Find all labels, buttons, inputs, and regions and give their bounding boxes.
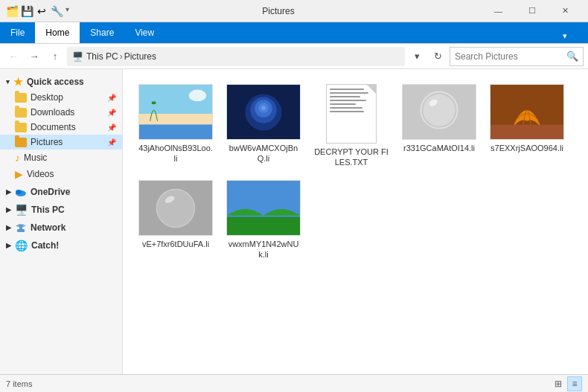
pin-icon: 📌	[107, 94, 116, 102]
thispc-icon: 🖥️	[15, 204, 28, 216]
onedrive-header[interactable]: ▶ OneDrive	[0, 184, 122, 200]
chevron-icon: ▾	[6, 78, 10, 86]
title-bar-icons: 🗂️ 💾 ↩ 🔧 ▾	[6, 5, 69, 17]
customize-chevron[interactable]: ▾	[65, 5, 69, 17]
search-box[interactable]: 🔍	[450, 47, 584, 66]
sidebar-item-music[interactable]: ♪ Music	[0, 150, 122, 166]
large-icons-view-button[interactable]: ⊞	[551, 376, 566, 391]
refresh-button[interactable]: ↻	[429, 48, 447, 65]
pin-icon: 📌	[107, 138, 116, 147]
rose-svg	[227, 84, 300, 140]
title-bar: 🗂️ 💾 ↩ 🔧 ▾ Pictures — ☐ ✕	[0, 0, 588, 22]
chevron-icon: ▶	[6, 206, 11, 213]
file-thumbnail	[226, 180, 301, 236]
catch-label: Catch!	[31, 240, 59, 251]
details-view-button[interactable]: ≡	[567, 376, 582, 391]
tab-view[interactable]: View	[124, 22, 164, 43]
thispc-header[interactable]: ▶ 🖥️ This PC	[0, 202, 122, 218]
sidebar-item-pictures[interactable]: Pictures 📌	[0, 135, 122, 150]
up-button[interactable]: ↑	[46, 48, 64, 65]
svg-point-17	[423, 94, 455, 126]
folder-icon	[15, 108, 27, 118]
music-icon: ♪	[15, 152, 20, 164]
folder-icon	[15, 93, 27, 103]
sidebar-item-documents[interactable]: Documents 📌	[0, 120, 122, 135]
catch-icon: 🌐	[15, 240, 28, 251]
window-controls: — ☐ ✕	[482, 0, 582, 22]
help-button[interactable]: ?	[570, 28, 585, 43]
txt-lines	[330, 89, 373, 115]
path-pictures[interactable]: Pictures	[124, 51, 156, 62]
refresh-dropdown[interactable]: ▾	[408, 48, 426, 65]
pin-icon: 📌	[107, 109, 116, 117]
ribbon: File Home Share View ▾ ?	[0, 22, 588, 44]
minimize-button[interactable]: —	[482, 0, 515, 22]
file-item[interactable]: 43jAhoOlNsB93Loo.li	[135, 81, 217, 171]
folder-icon	[15, 123, 27, 132]
tab-home[interactable]: Home	[35, 22, 80, 43]
quick-access-save[interactable]: 💾	[21, 5, 33, 17]
maximize-button[interactable]: ☐	[515, 0, 549, 22]
file-item[interactable]: bwW6vAMCXOjBnQ.li	[223, 81, 304, 171]
view-controls: ⊞ ≡	[551, 376, 582, 391]
status-bar: 7 items ⊞ ≡	[0, 374, 588, 392]
bubble2-svg	[139, 180, 212, 236]
folder-icon	[15, 138, 27, 147]
path-thispc[interactable]: This PC	[86, 51, 118, 62]
sidebar-item-downloads[interactable]: Downloads 📌	[0, 105, 122, 120]
sidebar-item-label: Downloads	[31, 107, 74, 118]
svg-rect-25	[227, 216, 300, 235]
file-item[interactable]: DECRYPT YOUR FILES.TXT	[310, 81, 392, 171]
sidebar-item-desktop[interactable]: Desktop 📌	[0, 90, 122, 105]
sidebar-item-label: Music	[24, 152, 47, 163]
chevron-icon: ▶	[6, 242, 11, 249]
thispc-label: This PC	[31, 205, 65, 215]
properties-icon[interactable]: 🔧	[51, 5, 63, 17]
file-thumbnail	[326, 84, 377, 144]
sidebar-item-label: Documents	[31, 122, 76, 132]
file-item[interactable]: vwxmMY1N42wNUk.li	[223, 177, 304, 263]
network-icon	[15, 222, 27, 234]
star-icon: ★	[13, 76, 23, 88]
tab-file[interactable]: File	[0, 22, 35, 43]
onedrive-label: OneDrive	[31, 187, 70, 197]
green-svg	[227, 180, 300, 236]
sidebar-item-videos[interactable]: ▶ Videos	[0, 166, 122, 182]
file-content: 43jAhoOlNsB93Loo.li bwW6vAMCXOjBnQ.li	[123, 69, 588, 374]
undo-icon[interactable]: ↩	[36, 5, 48, 17]
search-icon[interactable]: 🔍	[566, 51, 578, 62]
beach-svg	[139, 84, 212, 140]
close-button[interactable]: ✕	[549, 0, 582, 22]
file-item[interactable]: r331GCaMAtOI14.li	[398, 81, 480, 171]
network-header[interactable]: ▶ Network	[0, 219, 122, 236]
file-thumbnail	[138, 84, 213, 140]
ribbon-collapse[interactable]: ▾	[563, 31, 567, 41]
svg-point-8	[152, 101, 156, 104]
sidebar-item-label: Videos	[27, 169, 54, 179]
tab-share[interactable]: Share	[80, 22, 124, 43]
onedrive-section: ▶ OneDrive	[0, 184, 122, 200]
svg-rect-3	[19, 226, 22, 229]
forward-button[interactable]: →	[25, 48, 43, 65]
catch-header[interactable]: ▶ 🌐 Catch!	[0, 237, 122, 254]
file-thumbnail	[490, 84, 564, 140]
search-input[interactable]	[455, 51, 566, 62]
svg-point-7	[189, 90, 207, 102]
svg-point-22	[157, 189, 195, 227]
file-name: vwxmMY1N42wNUk.li	[226, 239, 301, 260]
file-item[interactable]: vE+7fxr6tDUuFA.li	[135, 177, 217, 263]
pin-icon: 📌	[107, 123, 116, 132]
bubble-svg	[403, 84, 476, 140]
path-icon: 🖥️	[72, 51, 83, 62]
file-name: DECRYPT YOUR FILES.TXT	[313, 147, 389, 168]
file-item[interactable]: s7EXXrjSAOO964.li	[486, 81, 568, 171]
quick-access-header[interactable]: ▾ ★ Quick access	[0, 74, 122, 90]
leaf-svg	[490, 84, 563, 140]
back-button[interactable]: ←	[4, 48, 22, 65]
sidebar: ▾ ★ Quick access Desktop 📌 Downloads 📌 D…	[0, 69, 123, 374]
quick-access-section: ▾ ★ Quick access Desktop 📌 Downloads 📌 D…	[0, 74, 122, 182]
txt-thumb	[326, 84, 377, 144]
svg-rect-6	[139, 125, 212, 140]
file-name: r331GCaMAtOI14.li	[403, 143, 475, 153]
address-path[interactable]: 🖥️ This PC › Pictures	[67, 47, 405, 66]
